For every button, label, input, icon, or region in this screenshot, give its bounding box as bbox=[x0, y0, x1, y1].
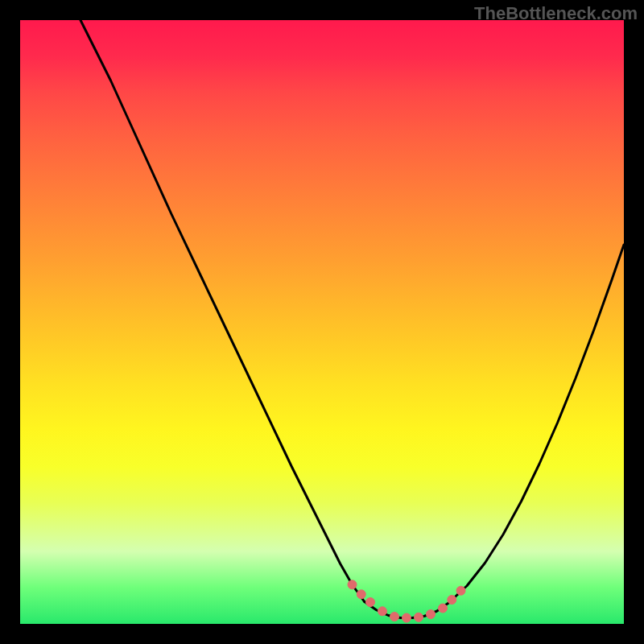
curve-right-branch bbox=[449, 245, 625, 603]
valley-marker-dot bbox=[348, 580, 357, 589]
curve-left-branch bbox=[80, 20, 365, 601]
plot-background bbox=[20, 20, 624, 624]
curves-group bbox=[80, 20, 624, 618]
valley-marker-dot bbox=[402, 613, 411, 622]
valley-marker-dot bbox=[427, 610, 436, 619]
watermark-text: TheBottleneck.com bbox=[474, 3, 638, 24]
valley-marker-dot bbox=[390, 613, 399, 621]
plot-svg bbox=[20, 20, 624, 624]
chart-root: TheBottleneck.com bbox=[0, 0, 644, 644]
valley-marker-dot bbox=[415, 613, 423, 621]
valley-marker-dot bbox=[366, 598, 375, 607]
valley-marker-dot bbox=[357, 590, 365, 599]
valley-marker-dot bbox=[456, 586, 465, 595]
valley-marker-dot bbox=[378, 607, 387, 616]
valley-marker-dot bbox=[439, 604, 448, 613]
valley-marker-dot bbox=[448, 596, 456, 605]
